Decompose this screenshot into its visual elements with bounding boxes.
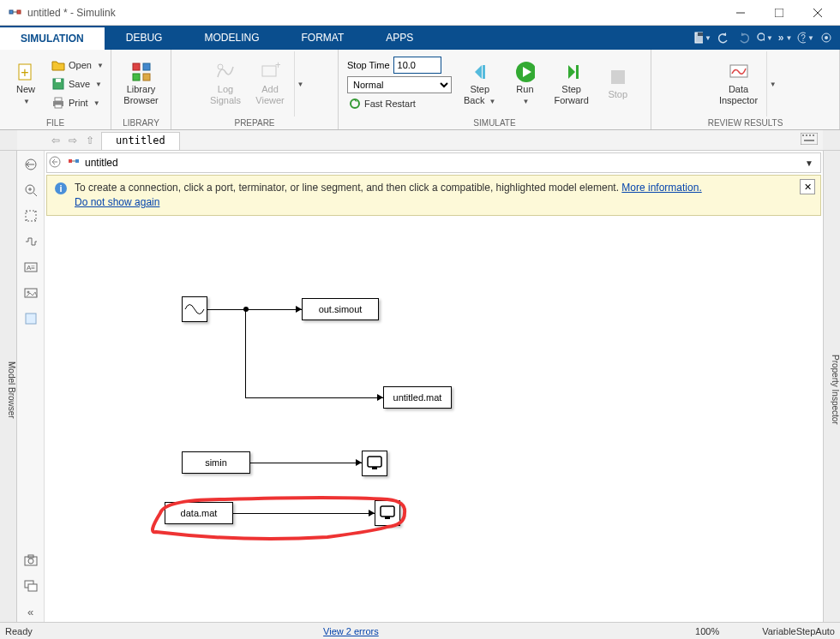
block-scope-1[interactable] — [362, 451, 387, 476]
svg-rect-25 — [143, 74, 150, 81]
model-icon — [68, 156, 81, 170]
overflow-icon[interactable]: »▼ — [777, 29, 794, 46]
run-button[interactable]: Run▼ — [504, 60, 545, 108]
stoptime-input[interactable] — [393, 57, 441, 74]
new-button[interactable]: + New▼ — [5, 60, 46, 108]
file-group-label: FILE — [0, 118, 111, 129]
fit-icon[interactable] — [21, 206, 41, 226]
svg-rect-22 — [133, 63, 140, 70]
sample-time-icon[interactable] — [21, 231, 41, 252]
more-info-link[interactable]: More information. — [621, 182, 701, 194]
prepare-expand[interactable]: ▼ — [294, 51, 304, 116]
breadcrumb-nav-icon[interactable] — [49, 156, 63, 170]
block-sinewave[interactable] — [182, 296, 207, 322]
tab-format[interactable]: FORMAT — [280, 26, 365, 50]
nav-up-icon[interactable]: ⇧ — [82, 133, 98, 148]
svg-rect-1 — [17, 10, 21, 14]
area-icon[interactable] — [21, 308, 41, 329]
toolstrip: + New▼ Open▼ Save▼ Print▼ FILE Library B… — [0, 50, 840, 130]
solver-label[interactable]: VariableStepAuto — [762, 626, 835, 636]
canvas-editor[interactable]: untitled ▼ i To create a connection, cli… — [45, 151, 823, 622]
maximize-button[interactable] — [759, 1, 798, 25]
step-forward-button[interactable]: Step Forward — [549, 60, 593, 108]
hide-browser-icon[interactable] — [21, 154, 41, 175]
redo-icon[interactable] — [735, 29, 753, 46]
block-out-simout[interactable]: out.simout — [302, 298, 379, 320]
svg-rect-38 — [809, 134, 811, 136]
svg-rect-8 — [698, 33, 703, 36]
data-inspector-button[interactable]: Data Inspector — [714, 60, 763, 108]
step-back-button[interactable]: Step Back ▼ — [459, 60, 501, 108]
library-browser-button[interactable]: Library Browser — [118, 60, 163, 108]
open-button[interactable]: Open▼ — [50, 56, 105, 75]
svg-rect-23 — [143, 63, 150, 70]
svg-rect-32 — [576, 65, 579, 79]
info-banner: i To create a connection, click a port, … — [46, 175, 821, 216]
svg-rect-37 — [806, 134, 807, 136]
zoom-icon[interactable] — [21, 180, 41, 200]
property-inspector-panel[interactable]: Property Inspector — [823, 151, 840, 622]
svg-rect-20 — [55, 98, 62, 101]
svg-rect-18 — [56, 79, 61, 82]
svg-text:A≡: A≡ — [26, 264, 34, 272]
target-icon[interactable] — [818, 29, 835, 46]
tab-debug[interactable]: DEBUG — [105, 26, 184, 50]
model-browser-panel[interactable]: Model Browser — [0, 151, 17, 622]
breadcrumb-text[interactable]: untitled — [85, 157, 118, 169]
info-close-button[interactable]: ✕ — [800, 179, 815, 194]
svg-rect-24 — [133, 74, 140, 81]
svg-rect-60 — [75, 159, 79, 163]
minimize-button[interactable] — [721, 1, 759, 25]
svg-rect-39 — [813, 134, 814, 136]
add-viewer-button[interactable]: + Add Viewer — [249, 60, 291, 108]
collapse-icon[interactable]: « — [21, 601, 41, 622]
undo-icon[interactable] — [715, 29, 732, 46]
search-icon[interactable]: ▼ — [756, 29, 773, 46]
fast-restart-button[interactable]: Fast Restart — [347, 96, 452, 111]
save-button[interactable]: Save▼ — [50, 75, 105, 93]
tab-apps[interactable]: APPS — [365, 26, 435, 50]
svg-rect-0 — [9, 10, 13, 14]
nav-fwd-icon[interactable]: ⇨ — [65, 133, 81, 148]
svg-rect-30 — [483, 65, 485, 79]
svg-text:+: + — [275, 62, 280, 71]
simulation-mode-select[interactable]: Normal — [347, 76, 452, 93]
svg-rect-59 — [69, 159, 72, 163]
view-errors-link[interactable]: View 2 errors — [323, 626, 379, 636]
svg-point-51 — [27, 291, 29, 294]
breadcrumb-dropdown[interactable]: ▼ — [800, 158, 819, 168]
svg-point-14 — [825, 36, 828, 39]
tab-simulation[interactable]: SIMULATION — [0, 26, 105, 50]
review-expand[interactable]: ▼ — [766, 51, 777, 116]
tab-modeling[interactable]: MODELING — [183, 26, 280, 50]
svg-line-44 — [33, 193, 37, 196]
image-icon[interactable] — [21, 283, 41, 303]
model-badge-icon[interactable] — [21, 576, 41, 596]
info-text: To create a connection, click a port, te… — [75, 182, 621, 194]
stoptime-label: Stop Time — [347, 60, 390, 70]
review-group-label: REVIEW RESULTS — [651, 118, 839, 129]
zoom-level[interactable]: 100% — [695, 626, 719, 636]
help-icon[interactable]: ?▼ — [797, 29, 814, 46]
document-tab[interactable]: untitled — [101, 132, 180, 150]
nav-back-icon[interactable]: ⇦ — [48, 133, 63, 148]
screenshot-icon[interactable] — [21, 550, 41, 570]
save-icon[interactable]: ▼ — [694, 29, 711, 46]
close-button[interactable] — [798, 1, 837, 25]
block-simin[interactable]: simin — [182, 451, 250, 474]
document-bar: ⇦ ⇨ ⇧ untitled — [0, 130, 840, 151]
stop-button[interactable]: Stop — [597, 65, 639, 102]
keyboard-icon[interactable] — [801, 133, 818, 147]
titlebar: untitled * - Simulink — [0, 0, 840, 26]
model-canvas[interactable]: out.simout untitled.mat simin data.mat — [45, 211, 823, 622]
svg-text:i: i — [59, 183, 62, 194]
info-icon: i — [54, 182, 68, 195]
svg-rect-40 — [804, 140, 814, 141]
dont-show-link[interactable]: Do not show again — [75, 196, 159, 208]
svg-rect-27 — [262, 66, 276, 76]
log-signals-button[interactable]: Log Signals — [205, 60, 246, 108]
block-untitled-mat[interactable]: untitled.mat — [383, 386, 452, 409]
annotation-icon[interactable]: A≡ — [21, 257, 41, 278]
print-button[interactable]: Print▼ — [50, 93, 105, 112]
palette: A≡ « — [17, 151, 45, 622]
